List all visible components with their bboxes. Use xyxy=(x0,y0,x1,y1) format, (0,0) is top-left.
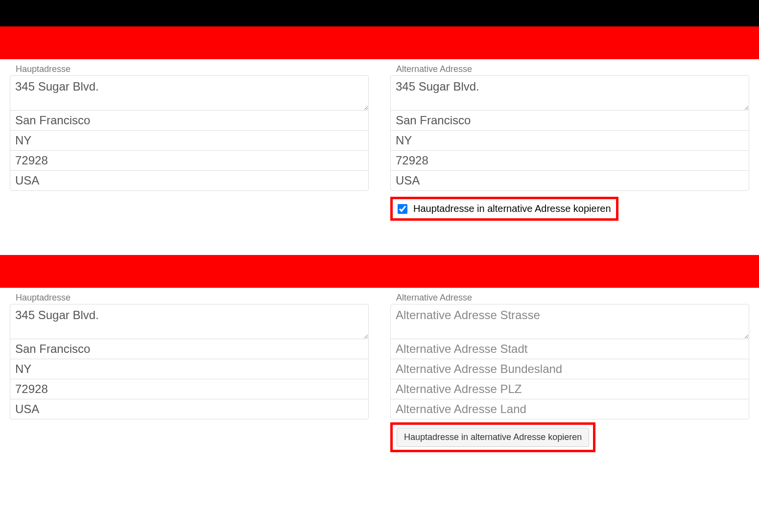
alt-address-label: Alternative Adresse xyxy=(390,64,749,74)
main-address-column: Hauptadresse xyxy=(10,64,369,221)
alt-postal-input[interactable] xyxy=(390,150,749,171)
main-city-input-2[interactable] xyxy=(10,339,369,359)
alt-country-input-2[interactable] xyxy=(390,399,749,419)
alt-street-input[interactable] xyxy=(390,75,749,111)
black-header-bar xyxy=(0,0,759,26)
main-street-input[interactable] xyxy=(10,75,369,111)
main-state-input-2[interactable] xyxy=(10,359,369,379)
main-country-input[interactable] xyxy=(10,170,369,191)
main-street-input-2[interactable] xyxy=(10,304,369,339)
address-form-section-1: Hauptadresse Alternative Adresse Hauptad… xyxy=(0,59,759,235)
main-postal-input-2[interactable] xyxy=(10,379,369,399)
alt-city-input[interactable] xyxy=(390,110,749,131)
red-divider-bar-2 xyxy=(0,255,759,288)
copy-address-checkbox-row: Hauptadresse in alternative Adresse kopi… xyxy=(390,197,618,221)
main-address-column-2: Hauptadresse xyxy=(10,293,369,452)
main-city-input[interactable] xyxy=(10,110,369,131)
main-address-label: Hauptadresse xyxy=(10,64,369,74)
copy-address-checkbox-label: Hauptadresse in alternative Adresse kopi… xyxy=(413,203,611,214)
alt-postal-input-2[interactable] xyxy=(390,379,749,399)
alt-address-column-2: Alternative Adresse Hauptadresse in alte… xyxy=(390,293,749,452)
alt-street-input-2[interactable] xyxy=(390,304,749,339)
copy-address-button-row: Hauptadresse in alternative Adresse kopi… xyxy=(390,422,595,452)
red-divider-bar xyxy=(0,26,759,59)
alt-state-input[interactable] xyxy=(390,130,749,151)
copy-address-button[interactable]: Hauptadresse in alternative Adresse kopi… xyxy=(397,428,589,447)
main-country-input-2[interactable] xyxy=(10,399,369,419)
address-form-section-2: Hauptadresse Alternative Adresse Hauptad… xyxy=(0,288,759,467)
main-address-label-2: Hauptadresse xyxy=(10,293,369,303)
main-state-input[interactable] xyxy=(10,130,369,151)
alt-address-column: Alternative Adresse Hauptadresse in alte… xyxy=(390,64,749,221)
alt-city-input-2[interactable] xyxy=(390,339,749,359)
main-postal-input[interactable] xyxy=(10,150,369,171)
copy-address-checkbox[interactable] xyxy=(398,204,407,214)
alt-country-input[interactable] xyxy=(390,170,749,191)
alt-state-input-2[interactable] xyxy=(390,359,749,379)
alt-address-label-2: Alternative Adresse xyxy=(390,293,749,303)
